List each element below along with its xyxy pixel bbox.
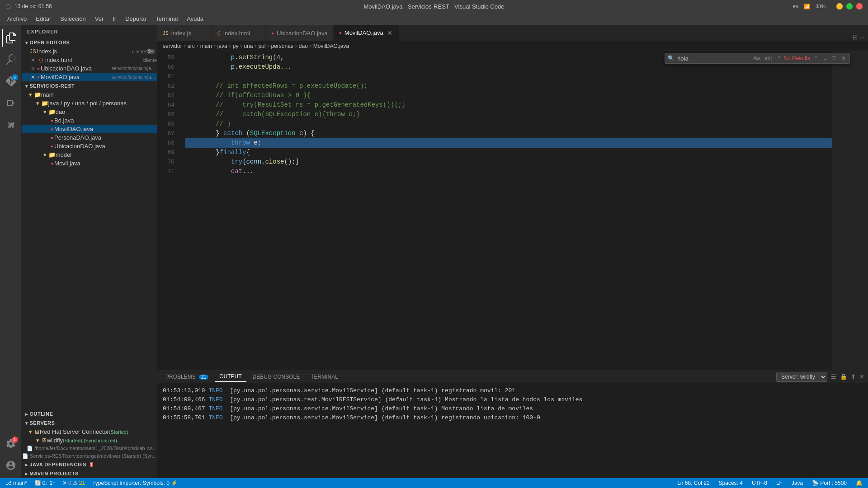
bc-main[interactable]: main [200, 43, 212, 49]
tab-ubicaciondao[interactable]: ● UbicacionDAO.java [266, 25, 334, 41]
menu-go[interactable]: Ir [109, 14, 120, 23]
code-content[interactable]: p.setString(4, p.executeUpda... // int a… [180, 51, 832, 370]
tree-java-folder[interactable]: ▾ 📁 java / py / una / pol / personas [22, 99, 157, 108]
status-spaces[interactable]: Spaces: 4 [717, 480, 745, 486]
folder-main: main [41, 91, 54, 98]
tab-close-movildao[interactable]: ✕ [386, 28, 393, 38]
status-line-ending[interactable]: LF [774, 480, 784, 486]
tab-indexjs[interactable]: JS index.js [157, 25, 212, 41]
status-errors[interactable]: ✕ 0 ⚠ 21 [61, 480, 87, 486]
panel-tab-terminal[interactable]: TERMINAL [306, 372, 343, 382]
menu-help[interactable]: Ayuda [183, 14, 207, 23]
menu-file[interactable]: Archivo [4, 14, 30, 23]
folder-dao-icon: ▾ 📁 [43, 108, 56, 115]
file-name-indexhtml: index.html [45, 56, 141, 63]
code-line-63: // if(affectedRows > 0 ){ [185, 91, 832, 100]
prev-match-btn[interactable]: ⌃ [813, 54, 819, 62]
regex-btn[interactable]: .* [775, 54, 781, 62]
tree-moviljava[interactable]: ● Movil.java [22, 159, 157, 168]
more-actions-icon[interactable]: ··· [859, 34, 864, 41]
panel-content[interactable]: 01:53:13,010 INFO [py.una.pol.personas.s… [157, 384, 868, 478]
status-port[interactable]: 📡 Port : 5500 [810, 480, 849, 486]
section-servicios-rest[interactable]: ▾ SERVICIOS-REST [22, 81, 157, 90]
menu-terminal[interactable]: Terminal [152, 14, 181, 23]
open-editor-ubicaciondao[interactable]: ✕ ● UbicacionDAO.java servidor/src/main/… [22, 64, 157, 73]
open-editor-indexhtml[interactable]: ✕ ⟨⟩ index.html cliente [22, 56, 157, 64]
section-java-deps[interactable]: ▸ JAVA DEPENDENCIES 1 [22, 460, 157, 469]
status-encoding[interactable]: UTF-8 [750, 480, 769, 486]
panel-tab-debug[interactable]: DEBUG CONSOLE [248, 372, 305, 382]
menu-selection[interactable]: Selección [57, 14, 89, 23]
tree-model-folder[interactable]: ▾ 📁 model [22, 150, 157, 159]
activity-extensions[interactable] [2, 116, 20, 134]
bc-movildao[interactable]: MovilDAO.java [313, 43, 349, 49]
close-search-btn[interactable]: ✕ [840, 54, 847, 62]
tree-wildfly-path1[interactable]: 📄 /home/fer/Documentos/sem1_2020/Distri/… [22, 445, 157, 452]
tab-movildao[interactable]: ● MovilDAO.java ✕ [334, 25, 399, 41]
activity-debug[interactable] [2, 94, 20, 112]
lock-icon[interactable]: 🔒 [840, 373, 847, 380]
status-sync[interactable]: 🔄 0↓ 1↑ [33, 480, 57, 486]
section-maven[interactable]: ▸ MAVEN PROJECTS [22, 469, 157, 478]
status-ln-col[interactable]: Ln 68, Col 21 [675, 480, 711, 486]
line-numbers: 59 60 61 62 63 64 65 66 67 68 69 70 71 [157, 51, 180, 370]
section-outline[interactable]: ▸ OUTLINE [22, 409, 157, 418]
find-in-selection-btn[interactable]: ☰ [831, 54, 838, 62]
panel-tab-problems[interactable]: PROBLEMS 21 [161, 372, 213, 382]
restore-panel-icon[interactable]: ⬆ [851, 373, 856, 380]
close-movildao[interactable]: ✕ [29, 74, 37, 80]
tree-movildao[interactable]: ● MovilDAO.java [22, 125, 157, 133]
tree-redhat-connector[interactable]: ▾ 🖥 Red Hat Server Connector (Started) [22, 427, 157, 436]
next-match-btn[interactable]: ⌄ [822, 54, 828, 62]
activity-search[interactable] [2, 51, 20, 69]
clear-output-icon[interactable]: ☰ [831, 373, 836, 380]
bc-py[interactable]: py [233, 43, 239, 49]
activity-explorer[interactable] [2, 29, 20, 47]
tree-wildfly[interactable]: ▾ 🖥 wildfly (Started) (Synchronized) [22, 436, 157, 445]
tree-wildfly-path2[interactable]: 📄 Servicios-REST/servidor/target/movil.w… [22, 452, 157, 460]
warning-count: 21 [79, 480, 85, 486]
status-language[interactable]: Java [790, 480, 805, 486]
bc-java[interactable]: java [217, 43, 227, 49]
tree-dao-folder[interactable]: ▾ 📁 dao [22, 108, 157, 116]
section-open-editors[interactable]: ▾ OPEN EDITORS [22, 38, 157, 47]
close-indexhtml[interactable]: ✕ [29, 57, 37, 63]
search-input[interactable]: hola [677, 55, 750, 62]
section-servers[interactable]: ▾ SERVERS [22, 418, 157, 427]
bc-dao[interactable]: dao [299, 43, 308, 49]
activity-account[interactable] [2, 456, 20, 474]
menu-view[interactable]: Ver [91, 14, 108, 23]
tree-main-folder[interactable]: ▾ 📁 main [22, 90, 157, 99]
minimize-button[interactable]: − [836, 3, 843, 9]
tab-indexhtml[interactable]: ⟨⟩ index.html [212, 25, 266, 41]
tree-ubicaciondao2[interactable]: ● UbicacionDAO.java [22, 142, 157, 150]
bc-servidor[interactable]: servidor [163, 43, 182, 49]
code-editor[interactable]: 59 60 61 62 63 64 65 66 67 68 69 70 71 [157, 51, 868, 370]
menu-debug[interactable]: Depurar [122, 14, 150, 23]
panel-tab-output[interactable]: OUTPUT [215, 371, 246, 382]
status-branch[interactable]: ⎇ main* [4, 480, 29, 486]
server-select[interactable]: Server: wildfly Server: tomcat [776, 372, 827, 382]
menu-edit[interactable]: Editar [32, 14, 55, 23]
tree-bdjava[interactable]: ● Bd.java [22, 116, 157, 125]
bc-personas[interactable]: personas [271, 43, 293, 49]
open-editor-indexjs[interactable]: JS index.js cliente 9+ [22, 47, 157, 56]
activity-git[interactable]: 6 [2, 72, 20, 90]
code-line-67: } catch ( SQLException e) { [185, 129, 832, 138]
open-editor-movildao[interactable]: ✕ ● MovilDAO.java servidor/src/main/java… [22, 73, 157, 81]
status-notifications[interactable]: 🔔 [854, 480, 864, 486]
bc-src[interactable]: src [188, 43, 195, 49]
activity-settings[interactable]: 1 [2, 435, 20, 453]
match-case-btn[interactable]: Aa [752, 54, 761, 62]
split-editor-icon[interactable]: ⊞ [853, 34, 858, 41]
tree-personadao[interactable]: ● PersonaDAO.java [22, 133, 157, 142]
whole-word-btn[interactable]: ab| [764, 54, 773, 62]
status-ts-importer[interactable]: TypeScript Importer: Symbols: 0 ⚡ [90, 480, 179, 486]
close-button[interactable]: ✕ [856, 3, 863, 9]
close-panel-icon[interactable]: ✕ [859, 373, 864, 380]
bc-pol[interactable]: pol [258, 43, 265, 49]
bc-una[interactable]: una [244, 43, 253, 49]
close-ubicaciondao[interactable]: ✕ [29, 66, 37, 72]
maximize-button[interactable]: □ [846, 3, 853, 9]
port-icon: 📡 [812, 480, 819, 486]
